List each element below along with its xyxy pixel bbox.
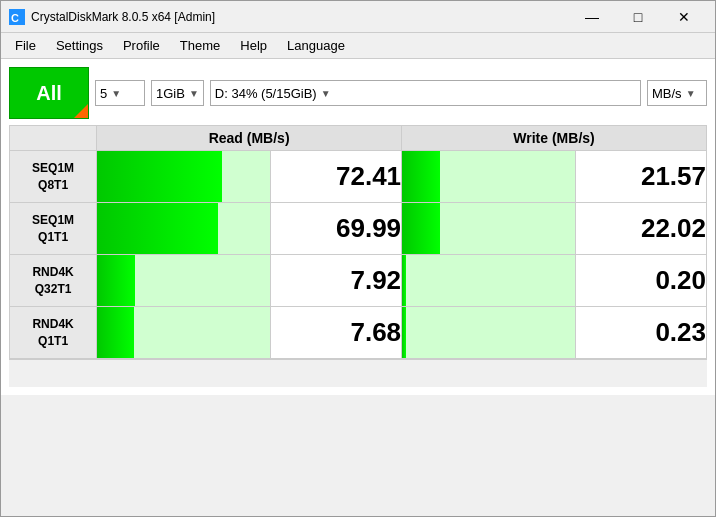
write-bar-cell [402,203,576,255]
row-label: RND4KQ32T1 [10,255,97,307]
menu-bar: File Settings Profile Theme Help Languag… [1,33,715,59]
read-bar-cell [97,307,271,359]
read-bar-cell [97,151,271,203]
title-bar: C CrystalDiskMark 8.0.5 x64 [Admin] — □ … [1,1,715,33]
size-dropdown-arrow: ▼ [189,88,199,99]
read-bar-cell [97,255,271,307]
write-bar-bg [402,307,575,358]
read-value: 7.68 [271,307,402,359]
col-header-write: Write (MB/s) [402,126,707,151]
main-content: All 5 ▼ 1GiB ▼ D: 34% (5/15GiB) ▼ MB/s ▼… [1,59,715,395]
read-bar-fill [97,255,135,306]
write-value: 22.02 [576,203,707,255]
unit-dropdown[interactable]: MB/s ▼ [647,80,707,106]
write-value: 0.20 [576,255,707,307]
table-row: SEQ1MQ1T1 69.99 22.02 [10,203,707,255]
write-bar-bg [402,255,575,306]
menu-language[interactable]: Language [277,36,355,55]
write-bar-cell [402,307,576,359]
status-bar [9,359,707,387]
read-value: 7.92 [271,255,402,307]
write-bar-fill [402,151,440,202]
read-bar-bg [97,255,270,306]
svg-text:C: C [11,12,19,24]
unit-dropdown-arrow: ▼ [686,88,696,99]
drive-dropdown[interactable]: D: 34% (5/15GiB) ▼ [210,80,641,106]
col-header-read: Read (MB/s) [97,126,402,151]
row-label: RND4KQ1T1 [10,307,97,359]
write-bar-bg [402,151,575,202]
write-bar-fill [402,255,405,306]
row-label: SEQ1MQ1T1 [10,203,97,255]
write-bar-cell [402,255,576,307]
size-dropdown[interactable]: 1GiB ▼ [151,80,204,106]
table-row: SEQ1MQ8T1 72.41 21.57 [10,151,707,203]
read-value: 69.99 [271,203,402,255]
write-value: 21.57 [576,151,707,203]
toolbar: All 5 ▼ 1GiB ▼ D: 34% (5/15GiB) ▼ MB/s ▼ [9,67,707,119]
write-bar-fill [402,307,405,358]
app-icon: C [9,9,25,25]
read-bar-bg [97,203,270,254]
read-bar-cell [97,203,271,255]
maximize-button[interactable]: □ [615,1,661,33]
read-bar-bg [97,307,270,358]
menu-profile[interactable]: Profile [113,36,170,55]
read-bar-fill [97,203,218,254]
runs-dropdown-arrow: ▼ [111,88,121,99]
drive-dropdown-arrow: ▼ [321,88,331,99]
menu-theme[interactable]: Theme [170,36,230,55]
row-label: SEQ1MQ8T1 [10,151,97,203]
menu-settings[interactable]: Settings [46,36,113,55]
table-row: RND4KQ1T1 7.68 0.23 [10,307,707,359]
write-bar-cell [402,151,576,203]
write-value: 0.23 [576,307,707,359]
window-title: CrystalDiskMark 8.0.5 x64 [Admin] [31,10,569,24]
read-bar-fill [97,307,133,358]
menu-file[interactable]: File [5,36,46,55]
read-bar-fill [97,151,222,202]
results-table: Read (MB/s) Write (MB/s) SEQ1MQ8T1 72.41… [9,125,707,359]
all-button[interactable]: All [9,67,89,119]
col-header-label [10,126,97,151]
write-bar-bg [402,203,575,254]
write-bar-fill [402,203,440,254]
minimize-button[interactable]: — [569,1,615,33]
runs-dropdown[interactable]: 5 ▼ [95,80,145,106]
close-button[interactable]: ✕ [661,1,707,33]
read-bar-bg [97,151,270,202]
read-value: 72.41 [271,151,402,203]
table-row: RND4KQ32T1 7.92 0.20 [10,255,707,307]
menu-help[interactable]: Help [230,36,277,55]
window-controls: — □ ✕ [569,1,707,33]
